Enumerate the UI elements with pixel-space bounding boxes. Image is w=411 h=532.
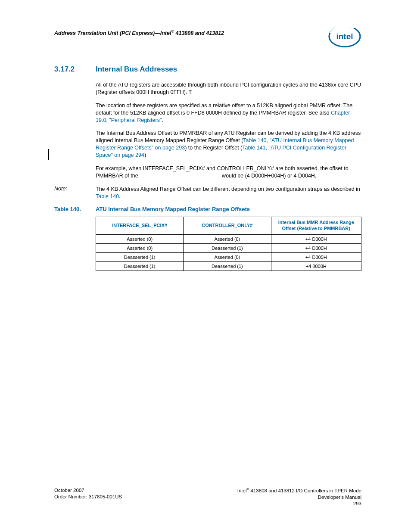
para3-text-b: ) to the Register Offset (	[185, 145, 242, 151]
page-header: Address Translation Unit (PCI Express)—I…	[54, 25, 361, 48]
footer-doc-title: Intel® 413808 and 413812 I/O Controllers…	[237, 487, 361, 494]
table-cell: +4 D000H	[271, 252, 361, 261]
note-label: Note:	[54, 186, 96, 200]
table-cell: Asserted (0)	[184, 252, 271, 261]
th-mmr-offset: Internal Bus MMR Address Range Offset (R…	[271, 217, 361, 235]
footer-date: October 2007	[54, 487, 122, 494]
para3-text-c: )	[144, 152, 146, 158]
table-row: Asserted (0) Asserted (0) +4 D000H	[96, 234, 361, 243]
note-text-a: The 4 KB Address Aligned Range Offset ca…	[96, 186, 360, 192]
footer-page-number: 293	[237, 501, 361, 507]
table-cell: Deasserted (1)	[184, 243, 271, 252]
paragraph-4: For example, when INTERFACE_SEL_PCIX# an…	[96, 165, 361, 180]
th-controller-only: CONTROLLER_ONLY#	[184, 217, 271, 235]
table-caption-title: ATU Internal Bus Memory Mapped Register …	[96, 206, 250, 212]
table-cell: +4 8000H	[271, 261, 361, 271]
table-cell: Deasserted (1)	[96, 252, 184, 261]
table-row: Asserted (0) Deasserted (1) +4 D000H	[96, 243, 361, 252]
table-cell: +4 D000H	[271, 234, 361, 243]
para2-text-a: The location of these registers are spec…	[96, 103, 352, 116]
table-caption: Table 140. ATU Internal Bus Memory Mappe…	[54, 206, 361, 212]
table-row: Deasserted (1) Deasserted (1) +4 8000H	[96, 261, 361, 271]
header-title-prefix: Address Translation Unit (PCI Express)—I…	[54, 30, 171, 36]
body-column: All of the ATU registers are accessible …	[96, 81, 361, 180]
intel-logo: intel	[328, 25, 361, 48]
link-table-140-note[interactable]: Table 140	[96, 193, 119, 199]
table-caption-number: Table 140.	[54, 206, 96, 212]
change-bar	[48, 149, 49, 160]
section-heading: 3.17.2 Internal Bus Addresses	[54, 65, 361, 74]
header-title-suffix: 413808 and 413812	[174, 30, 224, 36]
footer-intel-prefix: Intel	[237, 488, 247, 493]
table-140: INTERFACE_SEL_PCIX# CONTROLLER_ONLY# Int…	[96, 217, 361, 271]
section-title: Internal Bus Addresses	[96, 65, 177, 74]
table-header-row: INTERFACE_SEL_PCIX# CONTROLLER_ONLY# Int…	[96, 217, 361, 235]
note-text-b: .	[119, 193, 120, 199]
table-row: Deasserted (1) Asserted (0) +4 D000H	[96, 252, 361, 261]
footer-doc-suffix: 413808 and 413812 I/O Controllers in TPE…	[249, 488, 361, 493]
para2-text-b: .	[162, 117, 163, 123]
note-row: Note: The 4 KB Address Aligned Range Off…	[54, 186, 361, 200]
table-cell: Asserted (0)	[96, 243, 184, 252]
th-interface-sel: INTERFACE_SEL_PCIX#	[96, 217, 184, 235]
section-number: 3.17.2	[54, 65, 96, 74]
paragraph-3: The Internal Bus Address Offset to PMMRB…	[96, 130, 361, 159]
page: Address Translation Unit (PCI Express)—I…	[0, 0, 411, 532]
table-cell: +4 D000H	[271, 243, 361, 252]
footer-right: Intel® 413808 and 413812 I/O Controllers…	[237, 487, 361, 507]
note-body: The 4 KB Address Aligned Range Offset ca…	[96, 186, 361, 200]
page-footer: October 2007 Order Number: 317805-001US …	[54, 487, 361, 507]
header-title: Address Translation Unit (PCI Express)—I…	[54, 25, 224, 36]
footer-order-number: Order Number: 317805-001US	[54, 494, 122, 500]
table-cell: Asserted (0)	[184, 234, 271, 243]
table-cell: Asserted (0)	[96, 234, 184, 243]
paragraph-2: The location of these registers are spec…	[96, 102, 361, 124]
svg-text:intel: intel	[336, 32, 353, 41]
footer-manual-label: Developer's Manual	[237, 494, 361, 501]
footer-left: October 2007 Order Number: 317805-001US	[54, 487, 122, 507]
table-cell: Deasserted (1)	[96, 261, 184, 271]
registered-mark: ®	[171, 29, 174, 34]
table-cell: Deasserted (1)	[184, 261, 271, 271]
paragraph-1: All of the ATU registers are accessible …	[96, 81, 361, 96]
